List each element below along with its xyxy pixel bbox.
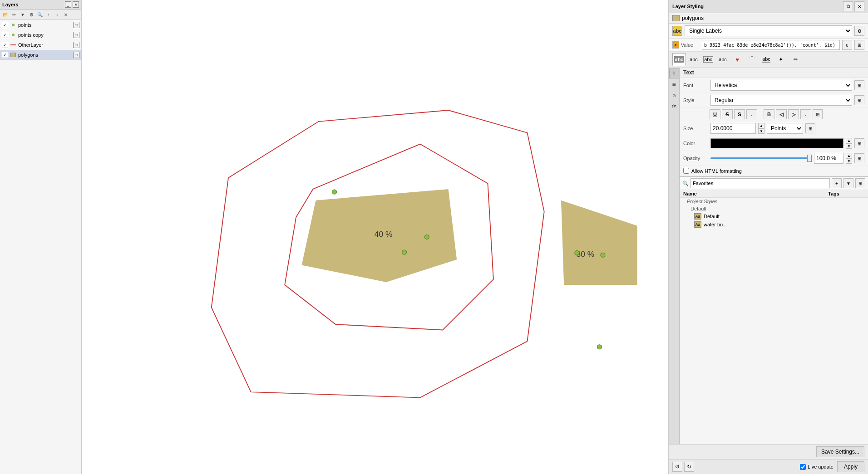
layer-item-polygons[interactable]: ✓ polygons □ — [0, 50, 81, 60]
fav-item-waterbo[interactable]: Aa water bo... — [680, 220, 868, 229]
layer-icon-points — [12, 24, 15, 26]
tab-icons-row: abc abc abc abc ♥ ⌒ abc ✦ — [669, 52, 868, 68]
font-label: Font — [683, 83, 708, 88]
remove-btn[interactable]: ✕ — [62, 10, 70, 19]
font-override-btn[interactable]: ⊞ — [854, 80, 864, 90]
layer-check-polygons[interactable]: ✓ — [2, 52, 8, 58]
color-swatch[interactable] — [710, 138, 843, 148]
opacity-row: Opacity ▲ ▼ ⊞ — [680, 151, 868, 166]
fav-project-styles-label: Project Styles — [680, 198, 868, 205]
tab-formatting-btn[interactable]: abc — [687, 53, 700, 66]
spacing-btn[interactable]: . — [800, 109, 811, 119]
subscript-btn[interactable]: S — [734, 109, 745, 119]
styling-undock-btn[interactable]: ⧉ — [843, 1, 853, 11]
size-input[interactable] — [710, 123, 756, 134]
opacity-override-btn[interactable]: ⊞ — [854, 153, 864, 163]
fav-item-icon-waterbo: Aa — [694, 221, 701, 228]
size-override-btn[interactable]: ⊞ — [805, 123, 815, 133]
allow-html-label[interactable]: Allow HTML formatting — [691, 168, 742, 174]
layers-panel: Layers _ ✕ 📂 ✏ ▼ ⚙ 🔍 ↑ ↓ ✕ ✓ points □ ✓ … — [0, 0, 82, 474]
fav-item-default[interactable]: Aa Default — [680, 212, 868, 220]
zoom-btn[interactable]: 🔍 — [36, 10, 44, 19]
layer-collapse-other[interactable]: □ — [73, 42, 79, 48]
layer-collapse-points-copy[interactable]: □ — [73, 32, 79, 38]
layer-check-points[interactable]: ✓ — [2, 22, 8, 28]
bold-btn[interactable]: B — [764, 109, 774, 119]
align-left-btn[interactable]: ◁ — [776, 109, 787, 119]
fav-item-icon-default: Aa — [694, 213, 701, 220]
live-update-checkbox[interactable] — [800, 464, 806, 470]
move-up-btn[interactable]: ↑ — [44, 10, 53, 19]
label-settings-btn[interactable]: ⚙ — [854, 26, 864, 36]
size-up-btn[interactable]: ▲ — [758, 123, 764, 128]
digitize-btn[interactable]: ✏ — [10, 10, 18, 19]
font-select[interactable]: Helvetica Arial Times New Roman Courier … — [710, 80, 852, 91]
tab-features-btn[interactable]: ✦ — [774, 53, 788, 66]
tab-buffer-btn[interactable]: abc — [701, 53, 715, 66]
point-4 — [575, 250, 579, 255]
side-tab-buffer[interactable]: ⊙ — [669, 90, 679, 100]
value-override-btn[interactable]: ⊞ — [854, 40, 864, 50]
polygon-label-1: 40 % — [375, 230, 393, 239]
tab-shadow-btn[interactable]: ♥ — [730, 53, 744, 66]
tab-text-btn[interactable]: abc — [672, 53, 686, 66]
layer-collapse-polygons[interactable]: □ — [73, 52, 79, 58]
tab-placement-btn[interactable]: ⌒ — [745, 53, 759, 66]
layer-item-other[interactable]: ✓ OtherLayer □ — [0, 40, 81, 50]
favorites-menu-btn[interactable]: ▼ — [843, 178, 853, 188]
filter-btn[interactable]: ▼ — [19, 10, 27, 19]
style-select[interactable]: Regular Bold Italic Bold Italic — [710, 95, 852, 106]
layer-collapse-points[interactable]: □ — [73, 22, 79, 28]
tab-rendering-btn[interactable]: abc — [760, 53, 773, 66]
point-2 — [424, 235, 429, 239]
style-override-btn[interactable]: ⊞ — [854, 95, 864, 105]
bottom-right: Live update Apply — [800, 461, 864, 472]
layer-check-other[interactable]: ✓ — [2, 42, 8, 48]
open-layer-btn[interactable]: 📂 — [1, 10, 10, 19]
color-down-btn[interactable]: ▼ — [846, 143, 852, 149]
save-settings-btn[interactable]: Save Settings... — [816, 446, 864, 457]
format-override-btn[interactable]: ⊞ — [813, 109, 823, 119]
move-down-btn[interactable]: ↓ — [53, 10, 61, 19]
layer-check-points-copy[interactable]: ✓ — [2, 32, 8, 38]
opacity-up-btn[interactable]: ▲ — [846, 153, 852, 158]
favorites-search-input[interactable] — [690, 178, 830, 188]
tab-bg-btn[interactable]: abc — [716, 53, 730, 66]
layer-item-points-copy[interactable]: ✓ points copy □ — [0, 30, 81, 40]
bottom-history-btn[interactable]: ↺ — [672, 462, 682, 472]
side-tab-text[interactable]: T — [669, 68, 679, 78]
label-type-select[interactable]: Single Labels No Labels Rule-based Label… — [685, 25, 852, 36]
layers-close-btn[interactable]: ✕ — [73, 1, 79, 8]
tab-callouts-btn[interactable]: ✏ — [789, 53, 802, 66]
styling-close-btn[interactable]: ✕ — [854, 1, 864, 11]
color-row: Color ▲ ▼ ⊞ — [680, 136, 868, 151]
opacity-down-btn[interactable]: ▼ — [846, 158, 852, 164]
map-canvas: 40 % 30 % — [82, 0, 668, 474]
layers-minimize-btn[interactable]: _ — [65, 1, 71, 8]
layers-titlebar: Layers _ ✕ — [0, 0, 81, 10]
align-right-btn[interactable]: ▷ — [788, 109, 799, 119]
bottom-redo-btn[interactable]: ↻ — [684, 462, 694, 472]
underline-btn[interactable]: U — [710, 109, 720, 119]
side-tab-map[interactable]: 🗺 — [669, 101, 679, 111]
opacity-slider[interactable] — [710, 157, 812, 159]
size-down-btn[interactable]: ▼ — [758, 128, 764, 134]
color-override-btn[interactable]: ⊞ — [854, 138, 864, 148]
value-input[interactable] — [702, 40, 840, 50]
side-tab-format[interactable]: ≡ — [669, 79, 679, 89]
live-update-label[interactable]: Live update — [808, 464, 833, 469]
filled-polygon-2[interactable] — [561, 200, 637, 285]
favorites-grid-btn[interactable]: ⊞ — [855, 178, 865, 188]
allow-html-checkbox[interactable] — [683, 168, 689, 174]
layer-item-points[interactable]: ✓ points □ — [0, 20, 81, 30]
size-unit-select[interactable]: Points Pixels mm — [767, 123, 803, 134]
color-up-btn[interactable]: ▲ — [846, 138, 852, 143]
value-expr-btn[interactable]: ε — [842, 40, 852, 50]
superscript-btn[interactable]: . — [746, 109, 757, 119]
map-area[interactable]: 40 % 30 % — [82, 0, 668, 474]
settings-btn[interactable]: ⚙ — [27, 10, 35, 19]
strikeout-btn[interactable]: S̶ — [722, 109, 733, 119]
apply-btn[interactable]: Apply — [837, 461, 864, 472]
favorites-add-btn[interactable]: + — [832, 178, 842, 188]
opacity-input[interactable] — [814, 153, 843, 164]
